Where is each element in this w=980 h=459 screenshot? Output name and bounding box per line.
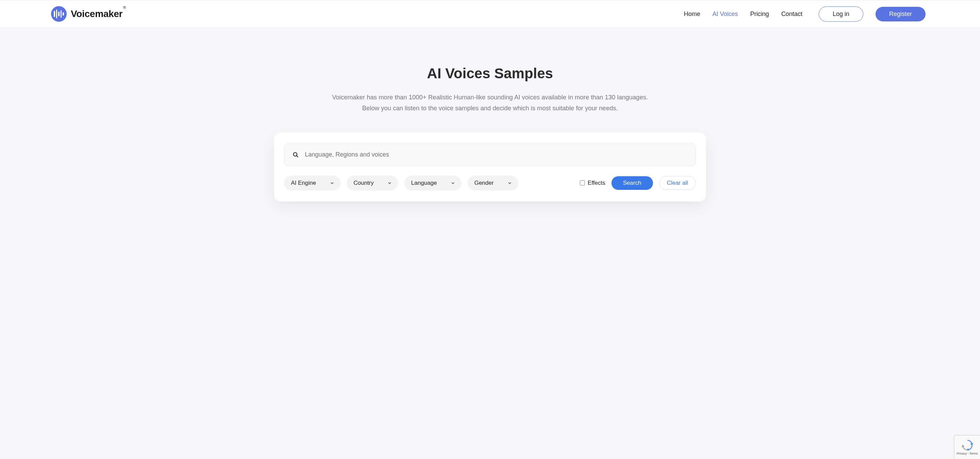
chevron-down-icon	[387, 181, 392, 186]
filter-panel: AI Engine Country Language Gender	[274, 133, 706, 202]
filter-controls: AI Engine Country Language Gender	[284, 176, 696, 191]
page-title: AI Voices Samples	[320, 65, 660, 82]
recaptcha-privacy-link[interactable]: Privacy	[957, 452, 967, 455]
language-dropdown[interactable]: Language	[404, 176, 461, 191]
waveform-icon	[51, 6, 67, 22]
ai-engine-label: AI Engine	[291, 179, 316, 186]
recaptcha-links: Privacy - Terms	[957, 452, 978, 455]
recaptcha-badge[interactable]: Privacy - Terms	[954, 435, 980, 459]
nav-contact[interactable]: Contact	[781, 11, 802, 18]
search-button[interactable]: Search	[611, 176, 653, 190]
svg-line-1	[297, 156, 298, 157]
chevron-down-icon	[330, 181, 334, 186]
main-nav: Home AI Voices Pricing Contact Log in Re…	[684, 6, 959, 22]
chevron-down-icon	[450, 181, 455, 186]
chevron-down-icon	[508, 181, 512, 186]
effects-checkbox[interactable]	[580, 180, 585, 186]
login-button[interactable]: Log in	[819, 6, 863, 22]
ai-engine-dropdown[interactable]: AI Engine	[284, 176, 340, 191]
header: Voicemaker ® Home AI Voices Pricing Cont…	[0, 0, 980, 28]
search-icon	[293, 152, 299, 158]
brand-name: Voicemaker	[71, 8, 123, 19]
hero-subtitle-1: Voicemaker has more than 1000+ Realistic…	[320, 92, 660, 103]
recaptcha-icon	[962, 440, 973, 451]
effects-label: Effects	[588, 179, 605, 186]
gender-dropdown[interactable]: Gender	[468, 176, 518, 191]
language-label: Language	[411, 179, 437, 186]
svg-point-0	[293, 152, 297, 156]
nav-pricing[interactable]: Pricing	[750, 11, 769, 18]
clear-all-button[interactable]: Clear all	[659, 176, 696, 190]
register-button[interactable]: Register	[875, 7, 926, 21]
search-field-wrap[interactable]	[284, 144, 696, 166]
hero-subtitle-2: Below you can listen to the voice sample…	[320, 103, 660, 114]
registered-mark: ®	[123, 5, 126, 10]
recaptcha-terms-link[interactable]: Terms	[969, 452, 978, 455]
search-input[interactable]	[305, 151, 687, 158]
nav-home[interactable]: Home	[684, 11, 700, 18]
gender-label: Gender	[474, 179, 494, 186]
effects-checkbox-wrap[interactable]: Effects	[580, 179, 605, 186]
nav-ai-voices[interactable]: AI Voices	[713, 11, 738, 18]
brand-logo[interactable]: Voicemaker ®	[51, 6, 123, 22]
hero-section: AI Voices Samples Voicemaker has more th…	[320, 28, 660, 114]
country-label: Country	[353, 179, 374, 186]
country-dropdown[interactable]: Country	[347, 176, 398, 191]
